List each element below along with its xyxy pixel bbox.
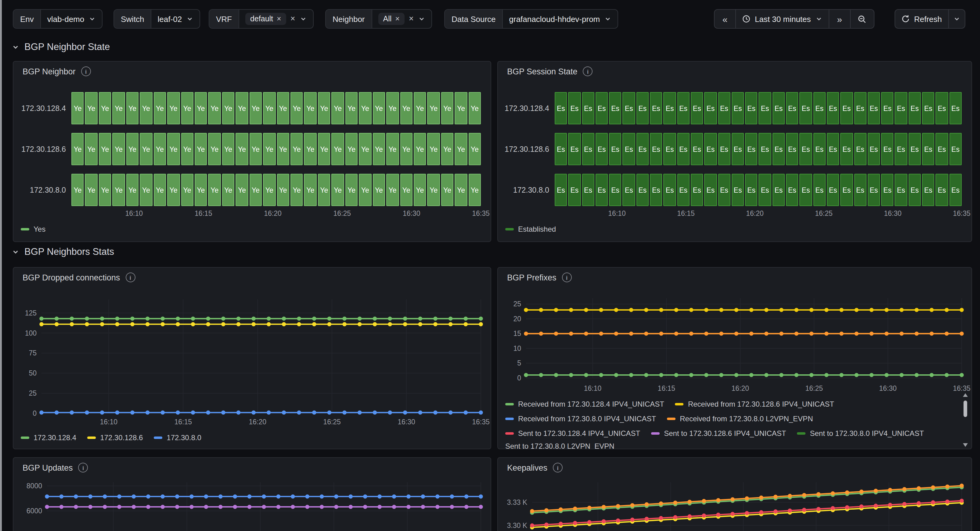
state-block[interactable]: Es [868, 174, 880, 206]
bgp-session-state-timeline[interactable]: 172.30.128.4EsEsEsEsEsEsEsEsEsEsEsEsEsEs… [498, 62, 972, 241]
state-block[interactable]: Ye [72, 174, 84, 206]
panel-header[interactable]: BGP Neighbor i [13, 62, 491, 81]
state-block[interactable]: Es [732, 133, 744, 165]
filter-tag[interactable]: default × [245, 13, 286, 25]
state-block[interactable]: Ye [249, 174, 262, 206]
state-block[interactable]: Es [705, 174, 717, 206]
state-block[interactable]: Es [663, 92, 676, 124]
state-block[interactable]: Ye [167, 92, 180, 124]
state-block[interactable]: Ye [85, 174, 98, 206]
filter-env-value[interactable]: vlab-demo [41, 10, 102, 28]
state-block[interactable]: Es [881, 133, 894, 165]
state-block[interactable]: Ye [222, 174, 235, 206]
legend-item[interactable]: Sent to 172.30.8.0 IPV4_UNICAST [797, 429, 924, 438]
state-block[interactable]: Es [691, 133, 703, 165]
state-block[interactable]: Es [705, 92, 717, 124]
state-block[interactable]: Es [609, 133, 622, 165]
state-block[interactable]: Es [759, 174, 771, 206]
state-block[interactable]: Ye [263, 174, 275, 206]
filter-vrf-value[interactable]: default × × [239, 10, 313, 28]
state-block[interactable]: Es [908, 133, 921, 165]
state-block[interactable]: Es [786, 174, 799, 206]
state-block[interactable]: Ye [126, 174, 139, 206]
state-block[interactable]: Es [908, 92, 921, 124]
state-block[interactable]: Ye [99, 92, 111, 124]
state-block[interactable]: Es [568, 174, 581, 206]
state-block[interactable]: Es [759, 133, 771, 165]
state-block[interactable]: Es [705, 133, 717, 165]
info-icon[interactable]: i [553, 463, 563, 472]
state-block[interactable]: Ye [113, 174, 125, 206]
state-block[interactable]: Es [555, 133, 567, 165]
state-block[interactable]: Es [881, 174, 894, 206]
filter-tag[interactable]: All × [378, 13, 404, 25]
legend-item[interactable]: Received from 172.30.8.0 L2VPN_EVPN [667, 415, 813, 423]
info-icon[interactable]: i [81, 67, 91, 76]
state-block[interactable]: Es [773, 92, 785, 124]
state-block[interactable]: Ye [455, 133, 468, 165]
state-block[interactable]: Ye [195, 174, 207, 206]
panel-header[interactable]: BGP Session State i [498, 62, 972, 81]
bgp-prefixes-chart[interactable]: 252015105016:1016:1516:2016:2516:3016:35… [498, 268, 972, 449]
time-shift-forward-button[interactable]: » [829, 10, 850, 28]
state-block[interactable]: Es [949, 92, 962, 124]
state-block[interactable]: Ye [181, 174, 193, 206]
section-bgp-neighbors-stats[interactable]: BGP Neighbors Stats [12, 245, 114, 258]
state-block[interactable]: Es [854, 174, 867, 206]
state-block[interactable]: Es [949, 174, 962, 206]
state-block[interactable]: Ye [332, 92, 344, 124]
state-block[interactable]: Es [623, 92, 635, 124]
scroll-up-icon[interactable] [963, 393, 968, 397]
state-block[interactable]: Ye [441, 133, 454, 165]
state-block[interactable]: Ye [140, 133, 152, 165]
state-block[interactable]: Ye [195, 92, 207, 124]
state-block[interactable]: Es [773, 174, 785, 206]
scrollbar-thumb[interactable] [964, 401, 967, 417]
state-block[interactable]: Ye [167, 174, 180, 206]
state-block[interactable]: Es [840, 174, 853, 206]
state-block[interactable]: Ye [249, 133, 262, 165]
info-icon[interactable]: i [126, 273, 135, 282]
state-block[interactable]: Es [922, 174, 935, 206]
state-block[interactable]: Ye [304, 92, 317, 124]
state-block[interactable]: Ye [386, 174, 399, 206]
state-block[interactable]: Es [718, 92, 730, 124]
remove-tag-icon[interactable]: × [395, 15, 400, 23]
state-block[interactable]: Es [582, 133, 594, 165]
state-block[interactable]: Ye [441, 92, 454, 124]
legend-item[interactable]: Sent to 172.30.8.0 L2VPN_EVPN [505, 442, 614, 449]
state-block[interactable]: Es [908, 174, 921, 206]
state-block[interactable]: Ye [345, 174, 358, 206]
state-block[interactable]: Ye [359, 133, 371, 165]
state-block[interactable]: Es [949, 133, 962, 165]
state-block[interactable]: Es [759, 92, 771, 124]
state-block[interactable]: Ye [153, 133, 166, 165]
state-block[interactable]: Ye [126, 133, 139, 165]
state-block[interactable]: Ye [386, 133, 399, 165]
state-block[interactable]: Ye [372, 92, 385, 124]
state-block[interactable]: Es [663, 174, 676, 206]
state-block[interactable]: Es [636, 133, 649, 165]
filter-neighbor-value[interactable]: All × × [372, 10, 431, 28]
legend-item[interactable]: Received from 172.30.128.6 IPV4_UNICAST [675, 400, 834, 409]
state-block[interactable]: Es [677, 133, 690, 165]
state-block[interactable]: Ye [181, 133, 193, 165]
state-block[interactable]: Es [936, 92, 948, 124]
legend-item[interactable]: Established [505, 225, 556, 233]
state-block[interactable]: Es [568, 92, 581, 124]
state-block[interactable]: Ye [359, 174, 371, 206]
legend-scrollbar[interactable] [962, 393, 969, 447]
state-block[interactable]: Es [609, 92, 622, 124]
info-icon[interactable]: i [562, 273, 572, 282]
state-block[interactable]: Ye [140, 174, 152, 206]
state-block[interactable]: Es [936, 133, 948, 165]
filter-datasource-value[interactable]: grafanacloud-hhdev-prom [503, 10, 618, 28]
state-block[interactable]: Es [732, 92, 744, 124]
state-block[interactable]: Es [895, 174, 907, 206]
state-block[interactable]: Ye [372, 133, 385, 165]
state-block[interactable]: Es [840, 92, 853, 124]
state-block[interactable]: Es [650, 133, 662, 165]
bgp-neighbor-timeline[interactable]: 172.30.128.4YeYeYeYeYeYeYeYeYeYeYeYeYeYe… [13, 62, 491, 241]
time-shift-back-button[interactable]: « [714, 10, 735, 28]
state-block[interactable]: Ye [236, 174, 248, 206]
